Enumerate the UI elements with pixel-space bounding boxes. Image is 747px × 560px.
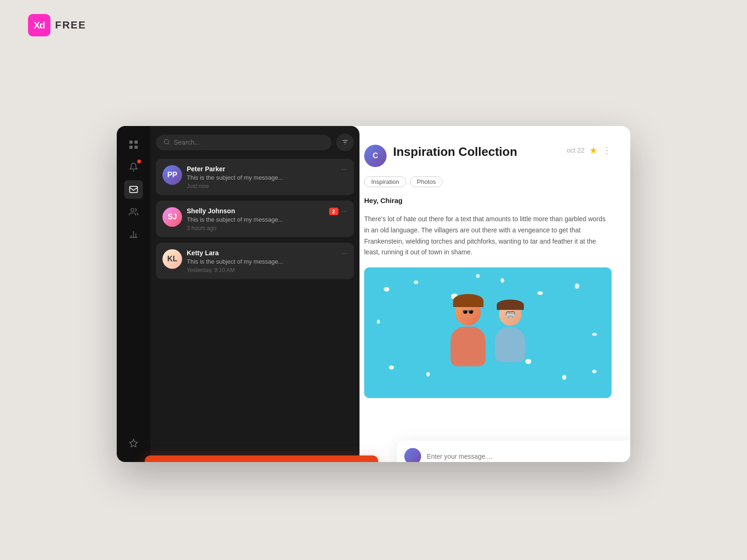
svg-rect-3	[134, 146, 138, 149]
msg-time-ketty: Yesterday, 9:10 AM	[187, 267, 337, 273]
sidebar-icon-users[interactable]	[124, 203, 143, 221]
svg-rect-4	[130, 186, 138, 192]
email-header: C Inspiration Collection oct 22 ★ ⋮	[364, 145, 612, 167]
sidebar	[117, 126, 150, 462]
compose-area: Send	[397, 441, 630, 462]
message-card-peter[interactable]: PP Peter Parker This is the subject of m…	[156, 159, 354, 195]
sidebar-icon-mail[interactable]	[124, 180, 143, 199]
email-image: 🕶️ 🥽	[364, 267, 612, 398]
svg-rect-0	[129, 140, 133, 144]
more-options-icon[interactable]: ⋮	[602, 145, 612, 156]
avatar-ketty: KL	[162, 249, 182, 269]
svg-marker-10	[130, 440, 138, 447]
floating-notification[interactable]: KD Kiara Doe This is the subject of my m…	[145, 455, 378, 462]
sidebar-icon-grid[interactable]	[124, 135, 143, 154]
dark-panel: PP Peter Parker This is the subject of m…	[117, 126, 359, 462]
msg-more-shelly[interactable]: ···	[341, 207, 347, 216]
sidebar-icon-bell[interactable]	[124, 158, 143, 176]
tag-inspiration: Inspiration	[364, 176, 406, 187]
email-body: There's lot of hate out there for a text…	[364, 214, 612, 258]
msg-time-peter: Just now	[187, 183, 337, 189]
email-title: Inspiration Collection	[393, 145, 560, 159]
star-icon[interactable]: ★	[589, 145, 598, 156]
svg-line-12	[168, 143, 169, 144]
email-view-panel: C Inspiration Collection oct 22 ★ ⋮ Insp…	[345, 126, 630, 462]
avatar-shelly: SJ	[162, 207, 182, 227]
avatar-peter: PP	[162, 165, 182, 185]
msg-more-peter[interactable]: ···	[341, 165, 347, 174]
msg-badge-shelly: 2	[329, 208, 338, 215]
search-bar	[156, 133, 354, 151]
message-list-panel: PP Peter Parker This is the subject of m…	[150, 126, 359, 462]
bell-badge	[137, 160, 141, 163]
msg-subject-shelly: This is the subject of my message...	[187, 216, 324, 223]
search-input-wrapper[interactable]	[156, 135, 331, 150]
msg-subject-ketty: This is the subject of my message...	[187, 258, 337, 265]
top-bar: Xd FREE	[28, 14, 86, 36]
free-label: FREE	[55, 19, 86, 31]
email-date: oct 22	[567, 147, 585, 154]
msg-name-peter: Peter Parker	[187, 165, 337, 173]
email-greeting: Hey, Chirag	[364, 196, 612, 204]
compose-avatar	[404, 448, 421, 462]
svg-rect-2	[129, 146, 133, 149]
msg-name-shelly: Shelly Johnson	[187, 207, 324, 215]
search-icon	[163, 139, 170, 147]
svg-rect-1	[134, 140, 138, 144]
msg-name-ketty: Ketty Lara	[187, 249, 337, 257]
sender-avatar: C	[364, 145, 387, 167]
msg-more-ketty[interactable]: ···	[341, 249, 347, 258]
sidebar-icon-settings[interactable]	[124, 434, 143, 453]
email-tags: Inspiration Photos	[364, 176, 612, 187]
compose-input-row	[397, 441, 630, 462]
email-meta: oct 22 ★ ⋮	[567, 145, 612, 156]
sidebar-icon-chart[interactable]	[124, 225, 143, 244]
app-container: PP Peter Parker This is the subject of m…	[117, 126, 630, 462]
message-card-shelly[interactable]: SJ Shelly Johnson This is the subject of…	[156, 201, 354, 237]
xd-logo: Xd	[28, 14, 50, 36]
compose-input[interactable]	[427, 453, 630, 460]
message-card-ketty[interactable]: KL Ketty Lara This is the subject of my …	[156, 243, 354, 279]
filter-button[interactable]	[336, 133, 354, 151]
msg-time-shelly: 3 hours ago	[187, 225, 324, 231]
svg-point-11	[164, 139, 169, 143]
tag-photos: Photos	[410, 176, 443, 187]
msg-subject-peter: This is the subject of my message...	[187, 174, 337, 181]
search-input[interactable]	[174, 139, 324, 146]
svg-point-5	[131, 209, 134, 212]
email-title-block: Inspiration Collection	[393, 145, 560, 159]
